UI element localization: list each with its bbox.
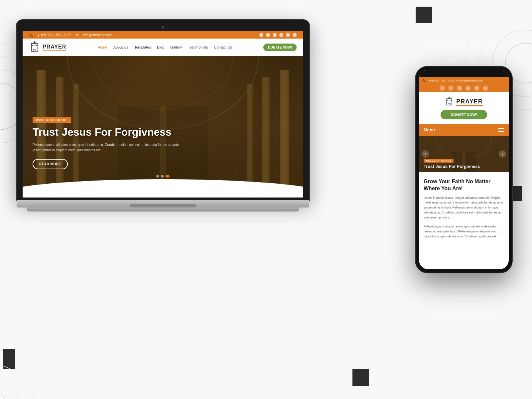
topbar-social	[259, 33, 297, 37]
phone-topbar-left: 📞 (+89) 530 - 352 - 3027 ✉ info@sitename…	[423, 79, 483, 82]
phone-site-logo: PRAYER	[445, 97, 482, 107]
svg-rect-14	[33, 49, 36, 51]
phone-section-title: Grow Your Faith No Matter Where You Are!	[424, 178, 504, 192]
hero-dot-1[interactable]	[156, 175, 159, 178]
phone-logo-area: PRAYER DONATE NOW!	[419, 92, 509, 124]
hero-badge: WAVES OF GRACE	[33, 117, 71, 123]
laptop-screen-outer: 📞 (+89) 530 - 352 - 3027 ✉ info@sitename…	[17, 20, 309, 200]
phone-social-bar: f t G in R Y	[419, 84, 509, 92]
hero-slider-dots	[156, 175, 170, 178]
phone-donate-button[interactable]: DONATE NOW!	[441, 110, 487, 119]
laptop-foot	[27, 207, 299, 211]
phone-rss-icon: R	[474, 85, 479, 91]
phone-hero-content: WAVES OF GRACE Trust Jesus For Forgivnes…	[424, 157, 480, 169]
hamburger-line-2	[498, 130, 504, 130]
email-icon: ✉	[76, 33, 78, 37]
phone-google-plus-icon: G	[457, 85, 462, 91]
linkedin-icon	[279, 33, 283, 37]
facebook-icon	[259, 33, 263, 37]
phone-device: 📞 (+89) 530 - 352 - 3027 ✉ info@sitename…	[416, 66, 512, 273]
laptop-site-navbar: PRAYER Home About Us Templates Blog Gall…	[23, 39, 303, 56]
svg-point-8	[0, 391, 8, 399]
laptop-camera	[162, 26, 164, 29]
laptop-device: 📞 (+89) 530 - 352 - 3027 ✉ info@sitename…	[17, 20, 309, 211]
hero-arrow-left[interactable]: ‹	[422, 150, 429, 158]
phone-topbar-phone-icon: 📞	[423, 79, 426, 82]
decor-square-bottom-right	[352, 369, 369, 386]
phone-site-topbar: 📞 (+89) 530 - 352 - 3027 ✉ info@sitename…	[419, 77, 509, 84]
phone-twitter-icon: t	[448, 85, 454, 91]
phone-icon: 📞	[29, 33, 33, 37]
svg-point-9	[0, 377, 22, 399]
phone-youtube-icon: Y	[483, 85, 488, 91]
nav-contact[interactable]: Contact Us	[214, 45, 232, 49]
laptop-site-topbar: 📞 (+89) 530 - 352 - 3027 ✉ info@sitename…	[23, 31, 303, 39]
hero-arrow-right[interactable]: ›	[499, 150, 506, 158]
phone-site-logo-text: PRAYER	[456, 98, 482, 106]
phone-content-area: Grow Your Faith No Matter Where You Are!…	[419, 172, 509, 249]
hero-dot-2[interactable]	[161, 175, 164, 178]
phone-facebook-icon: f	[440, 85, 445, 91]
phone-hero-section: ‹ › WAVES OF GRACE Trust Jesus For Forgi…	[419, 136, 509, 172]
phone-notch	[419, 70, 509, 77]
church-logo-icon	[29, 41, 40, 53]
topbar-left: 📞 (+89) 530 - 352 - 3027 ✉ info@sitename…	[29, 33, 112, 37]
laptop-base	[17, 200, 309, 207]
site-logo: PRAYER	[29, 41, 66, 53]
site-nav-links: Home About Us Templates Blog Gallery Tes…	[97, 45, 232, 49]
svg-rect-22	[448, 103, 451, 105]
laptop-screen: 📞 (+89) 530 - 352 - 3027 ✉ info@sitename…	[23, 31, 303, 198]
phone-menu-bar[interactable]: Menu	[419, 124, 509, 136]
phone-topbar-phone: (+89) 530 - 352 - 3027	[428, 79, 454, 82]
google-plus-icon	[273, 33, 277, 37]
decor-circles-bottom-left	[0, 326, 73, 399]
hamburger-line-1	[498, 128, 504, 129]
laptop-mockup: 📞 (+89) 530 - 352 - 3027 ✉ info@sitename…	[17, 20, 309, 211]
nav-testimonials[interactable]: Testimonials	[188, 45, 208, 49]
phone-section-text-1: Donec in metus lectus. Integer vulputate…	[424, 196, 504, 220]
nav-home[interactable]: Home	[97, 45, 107, 49]
phone-section-text-2: Pellentesque in aliquam enim, quis lobor…	[424, 224, 504, 239]
phone-notch-inner	[451, 71, 477, 76]
phone-topbar-email-icon: ✉	[456, 79, 458, 82]
nav-gallery[interactable]: Gallery	[170, 45, 182, 49]
phone-church-logo-icon	[445, 97, 454, 107]
nav-about[interactable]: About Us	[113, 45, 128, 49]
svg-rect-21	[447, 99, 452, 105]
phone-menu-label: Menu	[424, 127, 435, 132]
svg-rect-13	[31, 43, 38, 51]
hamburger-icon[interactable]	[498, 128, 504, 132]
nav-templates[interactable]: Templates	[134, 45, 151, 49]
phone-hero-badge: WAVES OF GRACE	[424, 159, 454, 163]
phone-screen: 📞 (+89) 530 - 352 - 3027 ✉ info@sitename…	[419, 70, 509, 269]
hero-title: Trust Jesus For Forgivness	[33, 126, 293, 138]
rss-icon	[286, 33, 290, 37]
phone-hero-title: Trust Jesus For Forgivness	[424, 164, 480, 169]
phone-linkedin-icon: in	[466, 85, 471, 91]
hero-text: Pellentesque in aliquam enim, quis lobor…	[33, 142, 186, 153]
hamburger-line-3	[498, 131, 504, 132]
laptop-hero-section: WAVES OF GRACE Trust Jesus For Forgivnes…	[23, 56, 303, 196]
laptop-hero-content: WAVES OF GRACE Trust Jesus For Forgivnes…	[33, 116, 293, 169]
topbar-email: info@sitename.com	[83, 33, 113, 37]
nav-blog[interactable]: Blog	[157, 45, 164, 49]
site-logo-text: PRAYER	[43, 44, 66, 51]
hero-dot-3[interactable]	[166, 175, 170, 178]
youtube-icon	[293, 33, 297, 37]
phone-mockup: 📞 (+89) 530 - 352 - 3027 ✉ info@sitename…	[416, 66, 512, 273]
laptop-donate-button[interactable]: DONATE NOW!	[263, 44, 297, 51]
hero-read-more-button[interactable]: READ MORE	[33, 159, 68, 169]
topbar-phone: (+89) 530 - 352 - 3027	[38, 33, 71, 37]
svg-point-16	[93, 56, 233, 109]
phone-topbar-email: info@sitename.com	[459, 79, 483, 82]
twitter-icon	[266, 33, 270, 37]
